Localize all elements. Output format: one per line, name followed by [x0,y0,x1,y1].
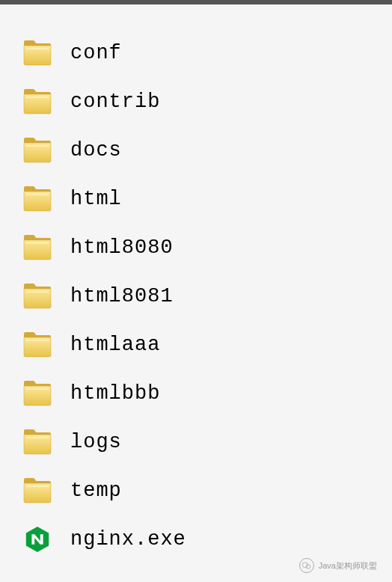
file-name: html [70,188,122,210]
wechat-icon [299,558,314,573]
file-item[interactable]: temp [22,466,392,515]
file-name: temp [70,480,122,502]
file-name: docs [70,139,122,162]
file-item[interactable]: conf [22,28,392,77]
svg-point-11 [306,565,310,569]
nginx-icon [22,526,52,553]
file-name: logs [70,431,122,453]
file-item[interactable]: htmlbbb [22,369,392,417]
file-item[interactable]: html8081 [22,272,392,320]
file-name: html8080 [70,236,174,259]
file-name: html8081 [70,285,174,307]
svg-rect-3 [26,194,49,195]
file-item[interactable]: logs [22,417,392,466]
file-name: htmlaaa [70,334,160,356]
svg-rect-2 [26,145,49,147]
folder-icon [22,283,52,310]
svg-rect-0 [26,48,49,49]
file-item[interactable]: contrib [22,77,392,126]
file-name: nginx.exe [70,528,186,551]
folder-icon [22,137,52,164]
folder-icon [22,331,52,358]
file-item[interactable]: html [22,174,392,223]
file-name: contrib [70,91,160,113]
folder-icon [22,88,52,115]
folder-icon [22,186,52,212]
svg-rect-4 [26,242,49,244]
file-item[interactable]: htmlaaa [22,320,392,369]
svg-rect-1 [26,97,49,98]
file-item[interactable]: docs [22,126,392,174]
file-item[interactable]: html8080 [22,223,392,272]
file-name: htmlbbb [70,382,160,405]
folder-icon [22,477,52,504]
folder-icon [22,234,52,261]
svg-rect-5 [26,291,49,292]
folder-icon [22,380,52,407]
file-list: conf contrib docs html html8080 html8081 [0,4,392,563]
svg-rect-8 [26,437,49,438]
svg-rect-6 [26,340,49,341]
watermark: Java架构师联盟 [299,558,377,573]
folder-icon [22,40,52,67]
file-name: conf [70,42,122,64]
svg-rect-9 [26,485,49,487]
file-item[interactable]: nginx.exe [22,515,392,563]
svg-rect-7 [26,388,49,390]
folder-icon [22,429,52,456]
watermark-text: Java架构师联盟 [319,560,377,572]
